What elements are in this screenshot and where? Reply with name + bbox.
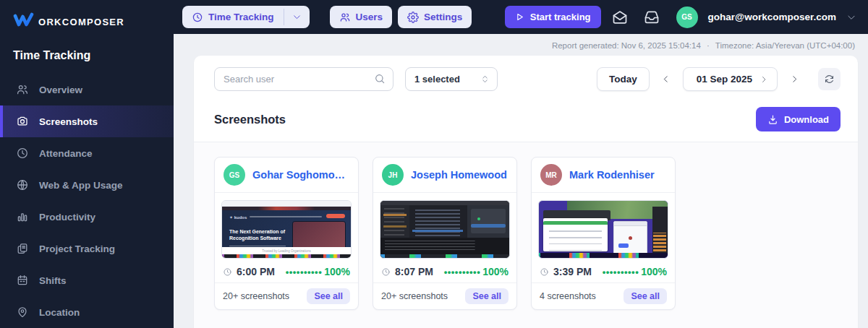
users-selected-dropdown[interactable]: 1 selected: [405, 67, 498, 91]
user-name-link[interactable]: Mark Rodenhiser: [569, 169, 655, 181]
play-icon: [515, 12, 524, 22]
date-picker-button[interactable]: 01 Sep 2025: [683, 67, 778, 91]
settings-nav-label: Settings: [424, 12, 462, 22]
today-label: Today: [609, 74, 637, 85]
activity-dots: ••••••••••: [603, 267, 639, 277]
chevron-left-icon: [661, 74, 671, 84]
sidebar-item-project-tracking[interactable]: Project Tracking: [0, 233, 174, 264]
sidebar-item-label: Screenshots: [39, 116, 98, 127]
sidebar-item-label: Attendance: [39, 148, 93, 159]
thumbnail-art: [383, 214, 407, 216]
start-tracking-label: Start tracking: [530, 12, 591, 22]
next-day-button[interactable]: [783, 69, 805, 90]
see-all-button[interactable]: See all: [465, 288, 509, 304]
sidebar-item-overview[interactable]: Overview: [0, 74, 174, 105]
activity-dots: ••••••••••: [286, 267, 323, 277]
screenshot-thumbnail[interactable]: [380, 200, 510, 259]
clipboard-icon: [16, 242, 29, 255]
card-footer: 3:39 PM •••••••••• 100%: [532, 264, 675, 282]
time-tracking-menu[interactable]: Time Tracking: [182, 6, 310, 28]
clock-icon: [381, 267, 391, 277]
sidebar-item-productivity[interactable]: Productivity: [0, 201, 174, 233]
sidebar-nav: Overview Screenshots Attendance Web & Ap…: [0, 74, 174, 328]
thumbnail-art: [613, 221, 647, 254]
thumbnail-caption: Trusted by Leading Organizations: [222, 247, 351, 254]
chevron-up-down-icon: [480, 74, 490, 84]
start-tracking-button[interactable]: Start tracking: [505, 6, 601, 28]
sidebar-item-label: Location: [39, 307, 80, 318]
users-nav-button[interactable]: Users: [330, 6, 393, 28]
time-tracking-menu-chevron[interactable]: [284, 6, 310, 28]
today-button[interactable]: Today: [597, 67, 650, 91]
users-icon: [339, 12, 351, 23]
map-pin-icon: [16, 306, 29, 319]
screenshot-count: 4 screenshots: [540, 291, 596, 301]
inbox-icon[interactable]: [643, 9, 660, 26]
thumbnail-art: [539, 253, 668, 258]
chevron-right-icon: [760, 75, 768, 84]
user-avatar[interactable]: GS: [676, 7, 698, 28]
sidebar-item-label: Overview: [39, 85, 82, 95]
report-info: Report generated: Nov 6, 2025 15:04:14 ·…: [174, 34, 868, 56]
clock-icon: [192, 12, 203, 23]
thumbnail-art: [409, 205, 467, 238]
thumbnail-art: [222, 254, 351, 258]
thumbnail-art: [380, 205, 409, 238]
user-screenshot-card: JH Joseph Homewood: [373, 157, 517, 310]
avatar-initials: MR: [545, 171, 557, 179]
download-button[interactable]: Download: [756, 107, 841, 131]
clock-icon: [223, 267, 232, 277]
avatar-initials: JH: [388, 171, 398, 179]
user-name-link[interactable]: Joseph Homewood: [411, 169, 507, 181]
screenshot-thumbnail[interactable]: ✦ kudos The Next Generation of Recogniti…: [221, 200, 352, 259]
mail-open-icon[interactable]: [611, 9, 629, 26]
prev-day-button[interactable]: [655, 69, 677, 90]
user-avatar-initials: GS: [681, 13, 692, 21]
thumbnail-art: [543, 221, 608, 225]
thumbnail-art: [543, 218, 608, 251]
download-label: Download: [784, 114, 829, 125]
user-name-link[interactable]: Gohar Soghomon...: [252, 169, 349, 181]
clock-icon: [540, 267, 549, 277]
clock-icon: [16, 147, 29, 160]
thumbnail-headline: The Next Generation of Recognition Softw…: [229, 229, 292, 242]
thumbnail-art: [380, 254, 509, 258]
brand-logo-text: ORKCOMPOSER: [38, 17, 124, 27]
card-bottom: 20+ screenshots See all: [215, 282, 358, 309]
settings-nav-button[interactable]: Settings: [398, 6, 472, 28]
see-all-button[interactable]: See all: [624, 288, 667, 304]
time-label: 6:00 PM: [237, 266, 275, 277]
users-selected-value: 1 selected: [414, 74, 460, 85]
avatar: JH: [382, 164, 404, 186]
refresh-button[interactable]: [818, 68, 841, 90]
thumbnail-art: [383, 225, 407, 228]
thumbnail-art: [618, 243, 629, 248]
thumbnail-art: [614, 222, 646, 226]
time-tracking-menu-label-seg[interactable]: Time Tracking: [182, 6, 284, 28]
thumbnail-art: ✦ kudos The Next Generation of Recogniti…: [222, 210, 351, 247]
card-header: JH Joseph Homewood: [373, 157, 516, 193]
brand-logo[interactable]: ORKCOMPOSER: [0, 0, 174, 39]
sidebar-item-attendance[interactable]: Attendance: [0, 137, 174, 169]
screenshot-time: 3:39 PM: [540, 266, 592, 277]
users-nav-label: Users: [356, 12, 383, 22]
sidebar-item-label: Shifts: [39, 275, 67, 286]
sidebar-item-web-app-usage[interactable]: Web & App Usage: [0, 169, 174, 201]
search-icon: [374, 73, 386, 85]
chevron-down-icon[interactable]: [846, 12, 856, 22]
sidebar-item-screenshots[interactable]: Screenshots: [0, 105, 174, 137]
activity-percent: 100%: [641, 266, 667, 277]
sidebar-item-location[interactable]: Location: [0, 296, 174, 328]
main-column: Time Tracking Users Settings Start track…: [174, 0, 868, 328]
screenshots-panel: 1 selected Today 01 Sep 2025: [194, 56, 858, 328]
workcomposer-w-icon: [13, 12, 35, 29]
card-header: GS Gohar Soghomon...: [215, 157, 358, 193]
account-email[interactable]: gohar@workcomposer.com: [708, 12, 836, 22]
see-all-button[interactable]: See all: [307, 288, 350, 304]
search-user-input[interactable]: [214, 67, 393, 91]
screenshot-thumbnail[interactable]: [538, 200, 668, 259]
thumbnail-art: [629, 236, 632, 240]
thumbnail-art: [222, 201, 351, 207]
thumbnail-art: [326, 214, 345, 218]
sidebar-item-shifts[interactable]: Shifts: [0, 264, 174, 296]
